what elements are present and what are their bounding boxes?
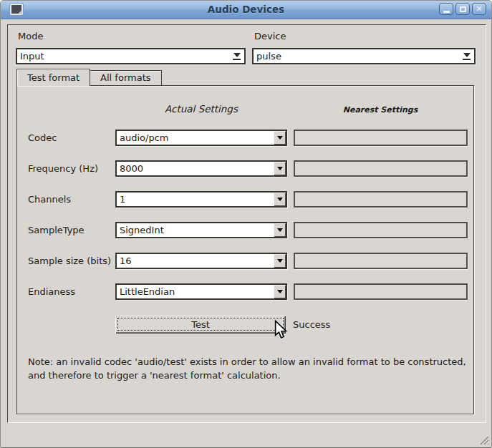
tab-test-format[interactable]: Test format — [16, 69, 90, 86]
window-controls: ✕ — [439, 3, 486, 15]
test-format-pane — [16, 85, 474, 414]
tab-bar: Test format All formats — [16, 69, 162, 86]
titlebar[interactable]: Audio Devices ✕ — [1, 1, 491, 19]
close-icon: ✕ — [476, 5, 482, 13]
dropdown-arrow-icon — [463, 53, 471, 60]
dropdown-arrow-icon — [233, 53, 241, 60]
mode-combobox[interactable]: Input — [16, 48, 246, 64]
minimize-icon — [443, 11, 450, 13]
window-title: Audio Devices — [1, 4, 491, 15]
close-button[interactable]: ✕ — [472, 3, 486, 15]
audio-devices-window: Audio Devices ✕ Mode Input Device pulse … — [0, 0, 492, 448]
maximize-icon — [460, 6, 466, 12]
device-combobox-value: pulse — [256, 51, 281, 62]
mode-label: Mode — [18, 31, 43, 42]
tab-all-formats[interactable]: All formats — [90, 70, 161, 85]
minimize-button[interactable] — [439, 3, 453, 15]
device-label: Device — [254, 31, 286, 42]
device-combobox[interactable]: pulse — [252, 48, 476, 64]
mode-combobox-value: Input — [20, 51, 44, 62]
resize-grip[interactable] — [480, 436, 489, 445]
maximize-button[interactable] — [455, 3, 470, 15]
